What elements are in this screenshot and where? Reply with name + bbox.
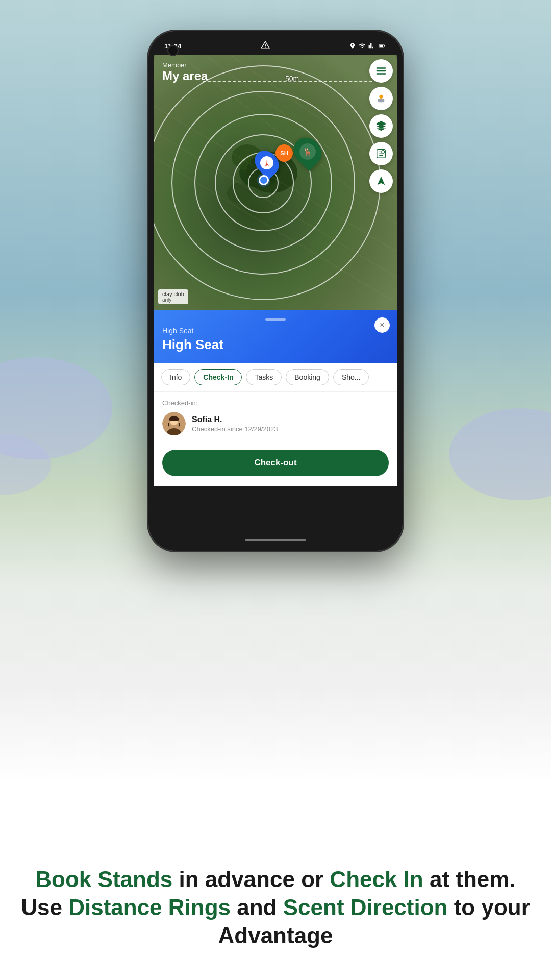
front-camera [167,45,179,56]
svg-rect-1 [265,46,266,47]
svg-rect-3 [379,45,383,47]
checkin-content: Checked-in: [154,392,397,443]
user-details: Sofia H. Checked-in since 12/29/2023 [192,415,278,433]
tabs-bar: Info Check-In Tasks Booking Sho... [154,363,397,392]
phone-frame: 11:24 [148,31,403,551]
tower-marker[interactable]: 🗼 [256,150,278,176]
bottom-sheet: × High Seat High Seat Info Check-In Task… [154,310,397,486]
user-name: Sofia H. [192,415,278,424]
svg-rect-4 [384,45,385,46]
club-tag-line1: clay club [162,291,184,297]
desc-and: and [231,895,283,920]
tab-info[interactable]: Info [161,369,190,385]
member-label: Member [162,61,389,69]
phone-screen: 11:24 [154,37,397,545]
user-initials: SH [280,150,288,156]
map-book-button[interactable] [369,142,393,165]
my-area-title: My area [162,69,389,83]
sheet-header: × High Seat High Seat [154,310,397,363]
desc-check-in: Check In [330,867,423,892]
location-icon [349,42,356,50]
status-icons [349,42,387,50]
svg-rect-12 [379,126,384,129]
checkin-date: Checked-in since 12/29/2023 [192,425,278,433]
map-sidebar [369,59,393,193]
user-avatar [162,412,186,435]
sheet-drag-handle[interactable] [265,318,286,321]
desc-in-advance: in advance or [172,867,330,892]
checkout-section: Check-out [154,443,397,486]
desc-distance-rings: Distance Rings [68,895,231,920]
map-header: Member My area [154,55,397,89]
user-marker[interactable]: SH [276,144,293,162]
svg-point-14 [382,151,385,154]
map-view[interactable]: 50m Member My area [154,55,397,310]
desc-book-stands: Book Stands [35,867,172,892]
navigation-button[interactable] [369,169,393,193]
close-button[interactable]: × [374,317,390,333]
layers-button[interactable] [369,114,393,138]
sheet-title: High Seat [162,337,389,353]
tab-tasks[interactable]: Tasks [246,369,282,385]
desc-scent-direction: Scent Direction [283,895,448,920]
tab-booking[interactable]: Booking [286,369,329,385]
description-section: Book Stands in advance or Check In at th… [20,865,531,949]
svg-point-11 [379,95,383,99]
wifi-icon [358,42,366,50]
decorative-blob-right [449,408,551,500]
battery-icon [378,42,387,50]
tab-checkin[interactable]: Check-In [194,369,242,385]
home-indicator [245,539,306,541]
club-tag: clay club arily [158,289,188,304]
deer-marker[interactable]: 🦌 [295,137,320,166]
signal-icon [368,42,375,50]
sheet-subtitle: High Seat [162,327,389,335]
menu-button[interactable] [369,59,393,83]
user-row: Sofia H. Checked-in since 12/29/2023 [162,412,389,435]
checked-in-label: Checked-in: [162,399,389,407]
phone-wrapper: 11:24 [148,31,403,551]
checkout-button[interactable]: Check-out [162,450,389,476]
status-bar: 11:24 [154,37,397,55]
description-text: Book Stands in advance or Check In at th… [20,865,531,949]
user-location-dot [259,175,269,185]
status-alert-icon [260,40,271,53]
club-tag-line2: arily [162,297,184,303]
weather-button[interactable] [369,87,393,110]
tab-sho[interactable]: Sho... [333,369,369,385]
svg-rect-0 [265,44,266,46]
